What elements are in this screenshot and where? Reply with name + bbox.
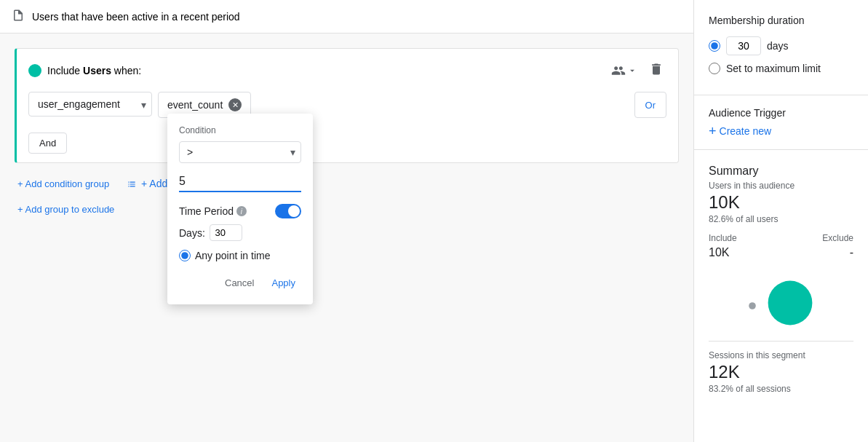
duration-radio-max[interactable] (709, 63, 720, 74)
green-dot-icon (28, 64, 41, 77)
svg-point-1 (768, 281, 812, 325)
days-row: Days: (179, 224, 301, 241)
toggle-slider (275, 204, 301, 218)
field-select-wrapper: user_engagement ▾ (28, 92, 152, 118)
popup-actions: Cancel Apply (179, 273, 301, 293)
audience-trigger-section: Audience Trigger + Create new (694, 95, 868, 150)
add-exclude-button[interactable]: + Add group to exclude (15, 201, 117, 218)
content-area: Include Users when: (0, 33, 693, 442)
create-new-label: Create new (720, 125, 772, 137)
header-title: Users that have been active in a recent … (32, 11, 240, 23)
condition-value-input[interactable] (179, 172, 301, 192)
any-point-label: Any point in time (195, 250, 271, 261)
bottom-actions: + Add condition group + Add sequence (15, 163, 679, 192)
include-header: Include Users when: (17, 49, 678, 92)
duration-days-input[interactable] (726, 36, 761, 55)
and-row: And (17, 130, 678, 162)
users-subtitle: Users in this audience (709, 181, 853, 191)
and-button[interactable]: And (28, 133, 67, 154)
condition-operator-wrapper: > ▾ (179, 141, 301, 163)
users-percent: 82.6% of all users (709, 214, 853, 224)
days-label: Days: (179, 227, 205, 239)
days-input[interactable] (210, 224, 242, 241)
membership-section: Membership duration days Set to maximum … (694, 0, 868, 95)
sessions-subtitle: Sessions in this segment (709, 350, 853, 360)
summary-section: Summary Users in this audience 10K 82.6%… (694, 150, 868, 409)
condition-popup: Condition > ▾ Time Period i Days: (167, 114, 313, 304)
include-label: Include Users when: (28, 64, 141, 77)
people-icon-btn[interactable] (608, 60, 640, 81)
chart-area (709, 265, 853, 341)
time-period-toggle[interactable] (275, 204, 301, 218)
audience-trigger-title: Audience Trigger (709, 98, 853, 119)
duration-days-label: days (767, 40, 789, 52)
header-bar: Users that have been active in a recent … (0, 0, 693, 33)
sessions-percent: 83.2% of all sessions (709, 384, 853, 394)
include-actions (608, 59, 666, 82)
any-point-radio[interactable] (179, 250, 191, 261)
apply-button[interactable]: Apply (266, 273, 301, 293)
cancel-button[interactable]: Cancel (219, 273, 260, 293)
info-icon: i (236, 206, 247, 216)
svg-point-0 (749, 302, 756, 309)
include-card: Include Users when: (15, 48, 679, 163)
or-button[interactable]: Or (634, 92, 666, 118)
delete-button[interactable] (646, 59, 666, 82)
sessions-section: Sessions in this segment 12K 83.2% of al… (709, 341, 853, 394)
include-value: 10K (709, 246, 729, 259)
users-count: 10K (709, 192, 853, 213)
plus-icon: + (709, 125, 717, 138)
close-icon[interactable]: ✕ (228, 98, 242, 111)
add-condition-group-button[interactable]: + Add condition group (15, 175, 112, 192)
condition-operator-select[interactable]: > (179, 141, 301, 163)
time-period-label: Time Period i (179, 205, 247, 217)
event-count-label: event_count (167, 99, 223, 111)
include-exclude-labels: Include Exclude (709, 233, 853, 243)
condition-popup-label: Condition (179, 125, 301, 135)
sessions-count: 12K (709, 362, 853, 382)
include-text: Include Users when: (47, 65, 141, 76)
field-select[interactable]: user_engagement (28, 92, 152, 117)
create-new-button[interactable]: + Create new (709, 125, 771, 138)
any-point-radio-row: Any point in time (179, 250, 301, 261)
duration-radio-days[interactable] (709, 40, 720, 52)
right-panel: Membership duration days Set to maximum … (693, 0, 868, 442)
donut-chart (745, 271, 818, 329)
include-exclude-values: 10K - (709, 246, 853, 259)
summary-title: Summary (709, 165, 853, 178)
membership-title: Membership duration (709, 15, 853, 26)
condition-row: user_engagement ▾ event_count ✕ Or (17, 92, 678, 130)
time-period-row: Time Period i (179, 204, 301, 218)
max-limit-row: Set to maximum limit (709, 63, 853, 74)
exclude-value: - (850, 246, 853, 259)
max-limit-label: Set to maximum limit (726, 63, 821, 74)
exclude-label: Exclude (822, 233, 853, 243)
include-label: Include (709, 233, 737, 243)
document-icon (12, 9, 25, 24)
duration-row: days (709, 36, 853, 55)
